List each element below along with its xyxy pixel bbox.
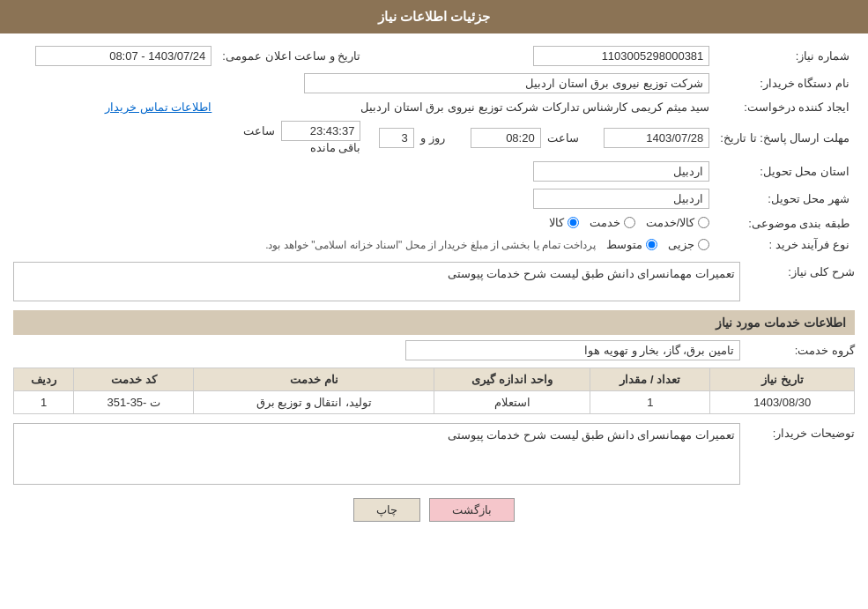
noeFarayand-motevasset-option[interactable]: متوسط xyxy=(606,238,657,251)
cell-code: ت -35-351 xyxy=(74,391,194,414)
ostandMahal-label: استان محل تحویل: xyxy=(715,158,855,185)
shomareNiaz-input[interactable] xyxy=(533,46,709,66)
print-button[interactable]: چاپ xyxy=(353,498,420,522)
tarikhAelan-input[interactable] xyxy=(35,46,211,66)
shahrMahal-label: شهر محل تحویل: xyxy=(715,185,855,212)
tabaghe-kala-radio[interactable] xyxy=(568,217,579,228)
back-button[interactable]: بازگشت xyxy=(429,498,515,522)
tabaghe-khadamat-radio[interactable] xyxy=(624,217,635,228)
cell-tedaad: 1 xyxy=(590,391,710,414)
tabaghe-label: طبقه بندی موضوعی: xyxy=(715,212,855,234)
ijadKonande-value: سید میثم کریمی کارشناس تدارکات شرکت توزی… xyxy=(360,100,709,114)
tosifkharidar-label: توضیحات خریدار: xyxy=(740,423,855,440)
services-section: تاریخ نیاز تعداد / مقدار واحد اندازه گیر… xyxy=(13,368,855,414)
groheKhadamat-label: گروه خدمت: xyxy=(740,344,855,357)
tabaghe-kalaKhadamat-label: کالا/خدمت xyxy=(646,216,695,229)
page-title: جزئیات اطلاعات نیاز xyxy=(378,9,490,24)
mandeValue-input[interactable] xyxy=(281,121,360,141)
tarikhPasokh-input[interactable] xyxy=(604,128,709,148)
cell-tarikh: 1403/08/30 xyxy=(710,391,855,414)
namDastgah-input[interactable] xyxy=(304,73,709,93)
col-tedaad: تعداد / مقدار xyxy=(590,368,710,391)
tabaghe-kalaKhadamat-option[interactable]: کالا/خدمت xyxy=(646,216,710,229)
col-name: نام خدمت xyxy=(194,368,434,391)
tosifkharidar-row: توضیحات خریدار: تعمیرات مهمانسرای دانش ط… xyxy=(13,423,855,485)
cell-vahed: استعلام xyxy=(434,391,590,414)
page-header: جزئیات اطلاعات نیاز xyxy=(0,0,868,33)
noeFarayand-motevasset-label: متوسط xyxy=(606,238,642,251)
tabaghe-kala-option[interactable]: کالا xyxy=(549,216,579,229)
noeFarayand-jezyi-option[interactable]: جزیی xyxy=(668,238,709,251)
saat-label: ساعت xyxy=(547,131,579,145)
tabaghe-radio-group: کالا/خدمت خدمت کالا xyxy=(549,216,710,229)
namDastgah-label: نام دستگاه خریدار: xyxy=(715,70,855,97)
tabaghe-khadamat-option[interactable]: خدمت xyxy=(590,216,635,229)
col-radif: ردیف xyxy=(14,368,74,391)
shahrMahal-input[interactable] xyxy=(533,189,709,209)
tabaghe-kala-label: کالا xyxy=(549,216,564,229)
sharhKolli-label: شرح کلی نیاز: xyxy=(740,262,855,279)
noeFarayand-jezyi-label: جزیی xyxy=(668,238,694,251)
noeFarayand-jezyi-radio[interactable] xyxy=(698,239,709,250)
tosifkharidar-value: تعمیرات مهمانسرای دانش طبق لیست شرح خدما… xyxy=(13,423,740,485)
col-code: کد خدمت xyxy=(74,368,194,391)
cell-radif: 1 xyxy=(14,391,74,414)
sharhKolli-value: تعمیرات مهمانسرای دانش طبق لیست شرح خدما… xyxy=(13,262,740,301)
mohlatErsalPasokh-label: مهلت ارسال پاسخ: تا تاریخ: xyxy=(715,117,855,158)
roozPasokh-input[interactable] xyxy=(379,128,414,148)
ijadKonande-label: ایجاد کننده درخواست: xyxy=(715,97,855,117)
buttons-row: بازگشت چاپ xyxy=(13,498,855,522)
groheKhadamat-row: گروه خدمت: xyxy=(13,340,855,360)
serviceInfo-title: اطلاعات خدمات مورد نیاز xyxy=(13,310,855,335)
noeFarayand-desc: پرداخت تمام یا بخشی از مبلغ خریدار از مح… xyxy=(265,239,596,251)
table-row: 1403/08/30 1 استعلام تولید، انتقال و توز… xyxy=(14,391,855,414)
saatPasokh-input[interactable] xyxy=(471,128,541,148)
service-table: تاریخ نیاز تعداد / مقدار واحد اندازه گیر… xyxy=(13,368,855,414)
roz-label: روز و xyxy=(420,131,445,145)
col-vahed: واحد اندازه گیری xyxy=(434,368,590,391)
sharhKolli-row: شرح کلی نیاز: تعمیرات مهمانسرای دانش طبق… xyxy=(13,262,855,301)
noeFarayand-label: نوع فرآیند خرید : xyxy=(715,234,855,255)
shomareNiaz-label: شماره نیاز: xyxy=(715,42,855,70)
noeFarayand-motevasset-radio[interactable] xyxy=(646,239,657,250)
col-tarikh: تاریخ نیاز xyxy=(710,368,855,391)
main-info-table: شماره نیاز: تاریخ و ساعت اعلان عمومی: نا… xyxy=(13,42,855,255)
tabaghe-kalaKhadamat-radio[interactable] xyxy=(698,217,709,228)
groheKhadamat-input[interactable] xyxy=(405,340,740,360)
ettelaatTamas-link[interactable]: اطلاعات تماس خریدار xyxy=(105,100,211,114)
cell-name: تولید، انتقال و توزیع برق xyxy=(194,391,434,414)
ostandMahal-input[interactable] xyxy=(533,161,709,182)
tarikhAelan-label: تاریخ و ساعت اعلان عمومی: xyxy=(217,42,366,70)
tabaghe-khadamat-label: خدمت xyxy=(590,216,620,229)
